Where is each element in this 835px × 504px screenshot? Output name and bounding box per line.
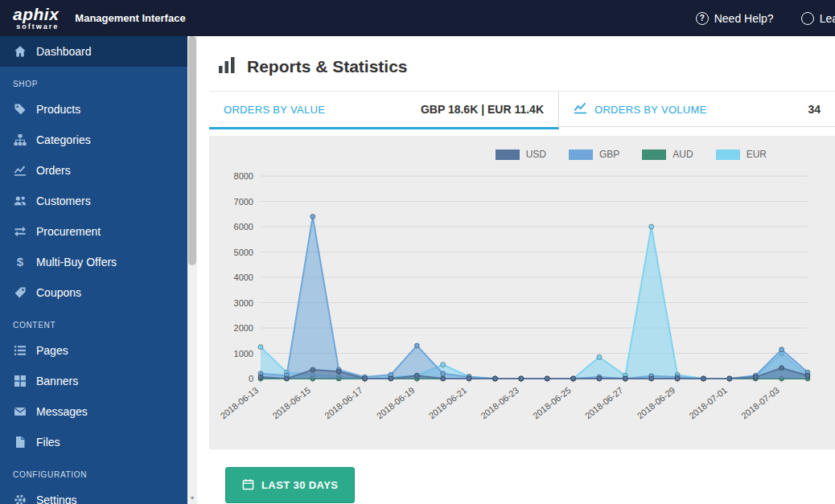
svg-text:2018-06-15: 2018-06-15 [270, 385, 312, 420]
sidebar-item-dashboard[interactable]: Dashboard [0, 36, 187, 67]
tab-orders-by-value[interactable]: ORDERS BY VALUE GBP 18.6K | EUR 11.4K [209, 92, 559, 129]
sidebar-item-files[interactable]: Files [0, 427, 187, 457]
svg-text:0: 0 [249, 374, 253, 383]
home-icon [13, 45, 27, 58]
button-label: LAST 30 DAYS [261, 479, 338, 491]
sidebar-item-label: Products [36, 103, 80, 116]
calendar-icon [242, 478, 254, 493]
legend-item-gbp[interactable]: GBP [569, 149, 619, 160]
page-title: Reports & Statistics [247, 57, 408, 76]
need-help-link[interactable]: ? Need Help? [696, 12, 774, 25]
svg-text:8000: 8000 [234, 171, 253, 181]
scrollbar-thumb[interactable] [188, 36, 196, 265]
bar-chart-icon [217, 55, 237, 78]
sidebar-item-label: Coupons [36, 286, 81, 299]
svg-text:3000: 3000 [234, 298, 253, 308]
tab-label: ORDERS BY VOLUME [594, 104, 707, 116]
sidebar-item-banners[interactable]: Banners [0, 366, 187, 396]
sidebar-item-procurement[interactable]: Procurement [0, 216, 187, 247]
question-circle-icon: ? [696, 12, 709, 25]
sidebar-item-products[interactable]: Products [0, 94, 187, 125]
sidebar-item-label: Files [36, 436, 60, 449]
svg-text:2018-06-25: 2018-06-25 [531, 385, 573, 420]
usd-swatch [496, 150, 520, 160]
legend-label: GBP [599, 149, 619, 160]
sidebar-section-shop: SHOP [0, 67, 187, 94]
svg-text:2018-06-13: 2018-06-13 [218, 385, 260, 420]
sitemap-icon [13, 133, 27, 146]
logo-text: aphix [13, 6, 59, 23]
chart-legend: USD GBP AUD EUR [214, 149, 835, 160]
legend-label: USD [526, 149, 546, 160]
line-chart-icon [574, 102, 587, 117]
svg-text:2018-06-23: 2018-06-23 [479, 385, 520, 420]
orders-by-value-total: GBP 18.6K | EUR 11.4K [421, 103, 544, 116]
need-help-label: Need Help? [714, 12, 774, 25]
envelope-icon [13, 405, 27, 418]
svg-text:1000: 1000 [234, 349, 253, 359]
sidebar-section-configuration: CONFIGURATION [0, 457, 187, 485]
sidebar-item-label: Categories [36, 133, 91, 146]
svg-text:2018-06-19: 2018-06-19 [375, 385, 417, 420]
svg-text:6000: 6000 [234, 222, 253, 232]
svg-text:4000: 4000 [234, 272, 253, 282]
orders-by-volume-total: 34 [808, 103, 821, 116]
eur-swatch [716, 150, 740, 160]
legend-item-eur[interactable]: EUR [716, 149, 767, 160]
sidebar-scrollbar[interactable]: ▾ [187, 36, 197, 504]
sidebar-item-label: Settings [36, 494, 77, 504]
legend-item-aud[interactable]: AUD [642, 149, 693, 160]
sidebar-item-label: Pages [36, 344, 68, 357]
last-30-days-button[interactable]: LAST 30 DAYS [225, 467, 355, 503]
dollar-icon: $ [13, 256, 27, 268]
sidebar-item-orders[interactable]: Orders [0, 155, 187, 186]
tab-label: ORDERS BY VALUE [224, 104, 325, 116]
learn-label: Lea [820, 12, 835, 25]
sidebar-item-messages[interactable]: Messages [0, 396, 187, 427]
legend-item-usd[interactable]: USD [496, 149, 546, 160]
sidebar-item-label: Orders [36, 164, 71, 177]
svg-text:2018-06-29: 2018-06-29 [636, 385, 677, 420]
sidebar: Dashboard SHOP Products Categories Or [0, 36, 197, 504]
app-title: Management Interface [75, 12, 185, 24]
file-icon [13, 436, 27, 449]
topbar-right: ? Need Help? Lea [696, 12, 835, 25]
svg-text:7000: 7000 [234, 197, 253, 207]
svg-text:2018-07-03: 2018-07-03 [739, 385, 781, 420]
sidebar-item-customers[interactable]: Customers [0, 186, 187, 216]
sidebar-item-label: Dashboard [36, 45, 92, 58]
sidebar-section-content: CONTENT [0, 308, 187, 335]
orders-area-chart: 0100020003000400050006000700080002018-06… [214, 162, 824, 441]
report-tabs: ORDERS BY VALUE GBP 18.6K | EUR 11.4K OR… [209, 91, 835, 129]
orders-chart-panel: USD GBP AUD EUR 010002000300040 [209, 136, 835, 449]
aphix-logo[interactable]: aphix software [0, 6, 70, 31]
sidebar-item-label: Banners [36, 375, 78, 387]
sidebar-item-label: Customers [36, 195, 91, 207]
svg-text:2000: 2000 [234, 323, 253, 333]
aud-swatch [642, 150, 666, 160]
gbp-swatch [569, 150, 593, 160]
sidebar-item-label: Multi-Buy Offers [36, 256, 117, 268]
gear-icon [13, 494, 27, 504]
sidebar-item-pages[interactable]: Pages [0, 335, 187, 366]
list-icon [13, 344, 27, 357]
sidebar-item-coupons[interactable]: Coupons [0, 277, 187, 308]
topbar: aphix software Management Interface ? Ne… [0, 0, 835, 36]
legend-label: AUD [673, 149, 693, 160]
sidebar-item-settings[interactable]: Settings [0, 485, 187, 504]
sidebar-item-multibuy-offers[interactable]: $ Multi-Buy Offers [0, 247, 187, 277]
svg-text:2018-06-17: 2018-06-17 [323, 385, 364, 420]
learn-link[interactable]: Lea [801, 12, 835, 25]
users-icon [13, 195, 27, 207]
scrollbar-down-arrow[interactable]: ▾ [187, 493, 197, 504]
tab-orders-by-volume[interactable]: ORDERS BY VOLUME 34 [559, 92, 835, 129]
grid-icon [13, 375, 27, 387]
legend-label: EUR [747, 149, 767, 160]
logo-subtext: software [13, 23, 59, 31]
exchange-icon [13, 225, 27, 238]
svg-text:2018-06-27: 2018-06-27 [583, 385, 625, 420]
sidebar-item-categories[interactable]: Categories [0, 125, 187, 155]
svg-text:5000: 5000 [234, 248, 253, 257]
svg-text:2018-06-21: 2018-06-21 [427, 385, 469, 420]
main-content: Reports & Statistics ORDERS BY VALUE GBP… [197, 36, 835, 504]
